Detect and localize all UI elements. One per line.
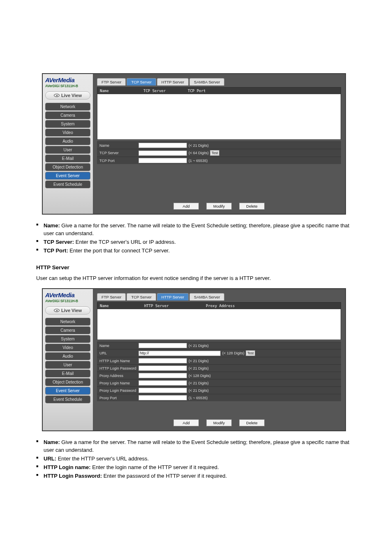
form-buttons: Add Modify Delete	[97, 200, 341, 211]
sidebar-item-network[interactable]: Network	[45, 318, 90, 326]
field-label: Proxy Login Name	[99, 381, 138, 385]
sidebar-item-e-mail[interactable]: E-Mail	[45, 370, 90, 377]
main-panel: FTP ServerTCP ServerHTTP ServerSAMBA Ser…	[93, 74, 345, 214]
modify-button[interactable]: Modify	[206, 203, 232, 210]
field-hint: (< 64 Digits)	[189, 151, 209, 155]
delete-button[interactable]: Delete	[239, 419, 265, 426]
sidebar-item-video[interactable]: Video	[45, 344, 90, 352]
col-server: TCP Server	[143, 89, 188, 93]
brand-logo: AVerMedia	[43, 289, 93, 299]
form-row-proxy-address: Proxy Address(< 128 Digits)	[97, 372, 341, 379]
brand-sublabel: AVerDiGi SF1311H-B	[43, 299, 93, 305]
server-list-body[interactable]	[97, 309, 341, 340]
add-button[interactable]: Add	[173, 419, 199, 426]
sidebar-item-network[interactable]: Network	[45, 103, 90, 111]
sidebar-item-system[interactable]: System	[45, 120, 90, 128]
field-hint: (1 ~ 65535)	[189, 159, 208, 163]
modify-button[interactable]: Modify	[206, 419, 232, 426]
screenshot-http-server: AVerMedia AVerDiGi SF1311H-B Live View N…	[42, 288, 346, 431]
field-hint: (1 ~ 65535)	[189, 396, 208, 400]
sidebar-item-audio[interactable]: Audio	[45, 352, 90, 360]
col-name: Name	[100, 304, 144, 308]
sidebar-item-user[interactable]: User	[45, 361, 90, 369]
form-row-proxy-login-name: Proxy Login Name(< 21 Digits)	[97, 379, 341, 386]
field-hint: (< 21 Digits)	[189, 359, 209, 363]
sidebar-item-video[interactable]: Video	[45, 129, 90, 136]
form-row-name: Name(< 21 Digits)	[97, 342, 341, 349]
col-name: Name	[100, 89, 143, 93]
sidebar: AVerMedia AVerDiGi SF1311H-B Live View N…	[43, 289, 93, 430]
form-row-url: URL(< 128 Digits)Test	[97, 349, 341, 357]
sidebar: AVerMedia AVerDiGi SF1311H-B Live View N…	[43, 74, 93, 214]
field-label: Proxy Address	[99, 374, 138, 378]
sidebar-item-camera[interactable]: Camera	[45, 111, 90, 119]
section-sub-http: User can setup the HTTP server informati…	[36, 275, 356, 282]
tab-samba-server[interactable]: SAMBA Server	[189, 78, 224, 86]
field-hint: (< 21 Digits)	[189, 366, 209, 370]
tab-tcp-server[interactable]: TCP Server	[127, 78, 156, 86]
sidebar-item-event-server[interactable]: Event Server	[45, 387, 90, 395]
form-row-name: Name(< 21 Digits)	[97, 141, 341, 149]
field-hint: (< 21 Digits)	[189, 344, 209, 348]
col-server: HTTP Server	[144, 304, 206, 308]
form-row-http-login-name: HTTP Login Name(< 21 Digits)	[97, 357, 341, 364]
tab-http-server[interactable]: HTTP Server	[157, 78, 189, 86]
brand-logo: AVerMedia	[43, 74, 93, 84]
http-login-name-input[interactable]	[138, 358, 187, 363]
http-login-password-input[interactable]	[138, 365, 187, 371]
live-view-button[interactable]: Live View	[45, 91, 90, 99]
doc-bullet: URL: Enter the HTTP server's URL address…	[36, 455, 356, 463]
form-buttons: Add Modify Delete	[97, 417, 341, 428]
sidebar-item-object-detection[interactable]: Object Detection	[45, 163, 90, 171]
sidebar-item-e-mail[interactable]: E-Mail	[45, 155, 90, 162]
sidebar-item-camera[interactable]: Camera	[45, 326, 90, 334]
live-view-label: Live View	[61, 93, 82, 98]
sidebar-item-event-schedule[interactable]: Event Schedule	[45, 395, 90, 403]
doc-bullet: Name: Give a name for the server. The na…	[36, 222, 356, 238]
sidebar-item-user[interactable]: User	[45, 146, 90, 154]
add-button[interactable]: Add	[173, 203, 199, 210]
sidebar-item-event-schedule[interactable]: Event Schedule	[45, 180, 90, 188]
tcp-port-input[interactable]	[138, 158, 187, 163]
eye-icon	[54, 309, 60, 312]
name-input[interactable]	[138, 143, 187, 148]
name-input[interactable]	[138, 343, 187, 348]
form-row-tcp-server: TCP Server(< 64 Digits)Test	[97, 149, 341, 157]
delete-button[interactable]: Delete	[239, 203, 265, 210]
proxy-login-password-input[interactable]	[138, 388, 187, 393]
sidebar-item-event-server[interactable]: Event Server	[45, 172, 90, 180]
proxy-port-input[interactable]	[138, 395, 187, 400]
field-hint: (< 128 Digits)	[189, 374, 211, 378]
server-list-body[interactable]	[97, 94, 341, 139]
tab-tcp-server[interactable]: TCP Server	[127, 293, 156, 301]
field-label: TCP Server	[99, 151, 138, 155]
field-label: HTTP Login Password	[99, 366, 138, 370]
proxy-login-name-input[interactable]	[138, 380, 187, 386]
proxy-address-input[interactable]	[138, 373, 187, 378]
brand-sublabel: AVerDiGi SF1311H-B	[43, 84, 93, 90]
sidebar-item-audio[interactable]: Audio	[45, 137, 90, 145]
sidebar-item-object-detection[interactable]: Object Detection	[45, 378, 90, 386]
test-button[interactable]: Test	[246, 350, 256, 356]
field-label: Proxy Port	[99, 396, 138, 400]
tab-ftp-server[interactable]: FTP Server	[97, 78, 126, 86]
test-button[interactable]: Test	[210, 150, 220, 156]
tab-samba-server[interactable]: SAMBA Server	[189, 293, 224, 301]
tab-ftp-server[interactable]: FTP Server	[97, 293, 126, 301]
doc-bullet: TCP Server: Enter the TCP server's URL o…	[36, 238, 356, 246]
doc-bullet: HTTP Login name: Enter the login name of…	[36, 464, 356, 472]
server-list: Name TCP Server TCP Port	[97, 87, 341, 140]
tab-http-server[interactable]: HTTP Server	[157, 293, 189, 301]
col-port: TCP Port	[188, 89, 338, 93]
field-label: URL	[99, 351, 138, 355]
field-label: Proxy Login Password	[99, 388, 138, 393]
tcp-server-input[interactable]	[138, 150, 187, 156]
form-row-http-login-password: HTTP Login Password(< 21 Digits)	[97, 364, 341, 372]
sidebar-item-system[interactable]: System	[45, 335, 90, 343]
eye-icon	[54, 94, 60, 97]
form-row-proxy-login-password: Proxy Login Password(< 21 Digits)	[97, 386, 341, 394]
doc-bullet: Name: Give a name for the server. The na…	[36, 439, 356, 454]
live-view-button[interactable]: Live View	[45, 306, 90, 314]
server-list: Name HTTP Server Proxy Address	[97, 302, 341, 340]
url-input[interactable]	[138, 351, 221, 356]
